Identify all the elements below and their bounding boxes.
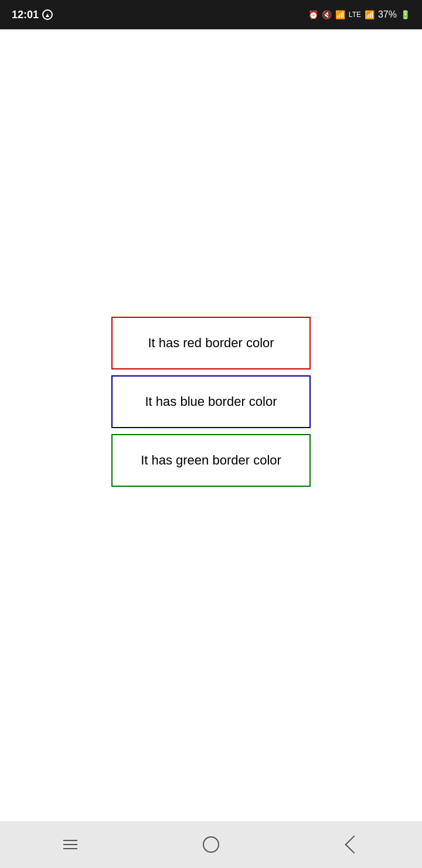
red-border-box: It has red border color [111,317,311,369]
home-icon [203,836,219,853]
lte-icon: LTE [349,11,361,19]
battery-icon: 🔋 [400,10,410,19]
alarm-icon: ⏰ [308,10,318,19]
home-button[interactable] [193,827,229,862]
battery-label: 37% [378,9,397,20]
status-bar: 12:01 ▲ ⏰ 🔇 📶 LTE 📶 37% 🔋 [0,0,422,29]
boxes-container: It has red border color It has blue bord… [111,317,311,487]
red-border-text: It has red border color [148,335,274,351]
blue-border-text: It has blue border color [145,394,277,409]
nav-bar [0,821,422,868]
main-content: It has red border color It has blue bord… [0,29,422,821]
time-label: 12:01 [12,9,39,21]
mute-icon: 🔇 [322,10,332,19]
wifi-icon: 📶 [335,10,345,19]
blue-border-box: It has blue border color [111,375,311,428]
signal-icon: 📶 [365,10,375,19]
status-time: 12:01 ▲ [12,9,53,21]
green-border-text: It has green border color [141,453,281,468]
green-border-box: It has green border color [111,434,311,487]
recents-icon [63,840,77,849]
recents-button[interactable] [53,827,88,862]
status-icons: ⏰ 🔇 📶 LTE 📶 37% 🔋 [308,9,410,20]
back-button[interactable] [334,827,369,862]
update-icon: ▲ [42,9,53,20]
back-icon [345,835,363,853]
